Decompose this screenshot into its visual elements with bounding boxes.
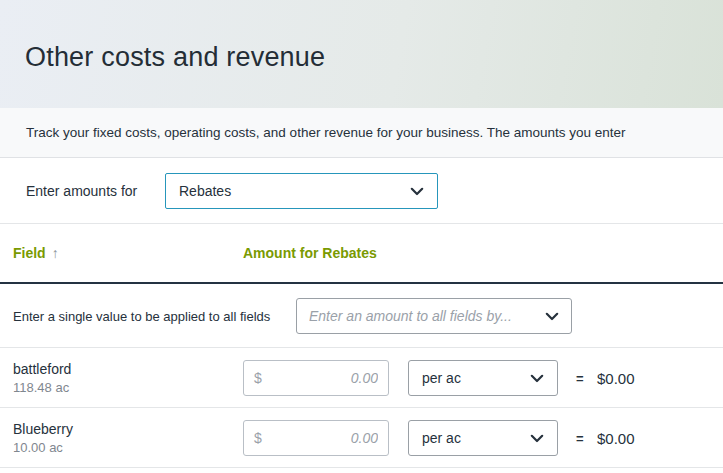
- table-header-row: Field↑ Amount for Rebates: [0, 223, 723, 284]
- amount-type-label: Enter amounts for: [26, 183, 137, 199]
- currency-prefix: $: [244, 430, 262, 446]
- apply-to-all-input[interactable]: [297, 308, 545, 324]
- row-total: $0.00: [597, 429, 635, 446]
- field-name: Blueberry: [13, 421, 73, 437]
- currency-prefix: $: [244, 370, 262, 386]
- apply-to-all-combobox[interactable]: [296, 298, 572, 334]
- apply-to-all-row: Enter a single value to be applied to al…: [0, 284, 723, 348]
- unit-value: per ac: [422, 430, 461, 446]
- unit-value: per ac: [422, 370, 461, 386]
- column-header-field-label: Field: [13, 245, 46, 261]
- amount-input-group[interactable]: $: [243, 420, 389, 456]
- column-header-amount[interactable]: Amount for Rebates: [243, 245, 377, 261]
- unit-select[interactable]: per ac: [408, 420, 558, 456]
- column-header-field[interactable]: Field↑: [13, 245, 59, 261]
- chevron-down-icon: [530, 434, 544, 443]
- table-row: battleford 118.48 ac $ per ac = $0.00: [0, 348, 723, 408]
- intro-bar: Track your fixed costs, operating costs,…: [0, 108, 723, 158]
- unit-select[interactable]: per ac: [408, 360, 558, 396]
- amount-input[interactable]: [262, 430, 388, 446]
- field-area: 10.00 ac: [13, 440, 73, 455]
- chevron-down-icon: [410, 187, 424, 196]
- equals-sign: =: [576, 370, 584, 385]
- intro-text: Track your fixed costs, operating costs,…: [26, 125, 626, 140]
- field-name-block: Blueberry 10.00 ac: [13, 421, 73, 455]
- amount-input[interactable]: [262, 370, 388, 386]
- table-row: Blueberry 10.00 ac $ per ac = $0.00: [0, 408, 723, 468]
- row-total: $0.00: [597, 369, 635, 386]
- amount-type-select[interactable]: Rebates: [165, 173, 438, 209]
- equals-sign: =: [576, 430, 584, 445]
- page-title: Other costs and revenue: [0, 0, 723, 73]
- amount-input-group[interactable]: $: [243, 360, 389, 396]
- field-name-block: battleford 118.48 ac: [13, 361, 71, 395]
- other-costs-page: Other costs and revenue Track your fixed…: [0, 0, 723, 468]
- chevron-down-icon: [530, 374, 544, 383]
- amount-type-value: Rebates: [179, 183, 231, 199]
- field-area: 118.48 ac: [13, 380, 71, 395]
- apply-to-all-label: Enter a single value to be applied to al…: [13, 308, 270, 323]
- chevron-down-icon[interactable]: [545, 312, 559, 321]
- page-header: Other costs and revenue: [0, 0, 723, 108]
- field-name: battleford: [13, 361, 71, 377]
- amount-type-row: Enter amounts for Rebates: [0, 158, 723, 223]
- table-body: battleford 118.48 ac $ per ac = $0.00 Bl…: [0, 348, 723, 468]
- sort-ascending-icon: ↑: [52, 245, 59, 261]
